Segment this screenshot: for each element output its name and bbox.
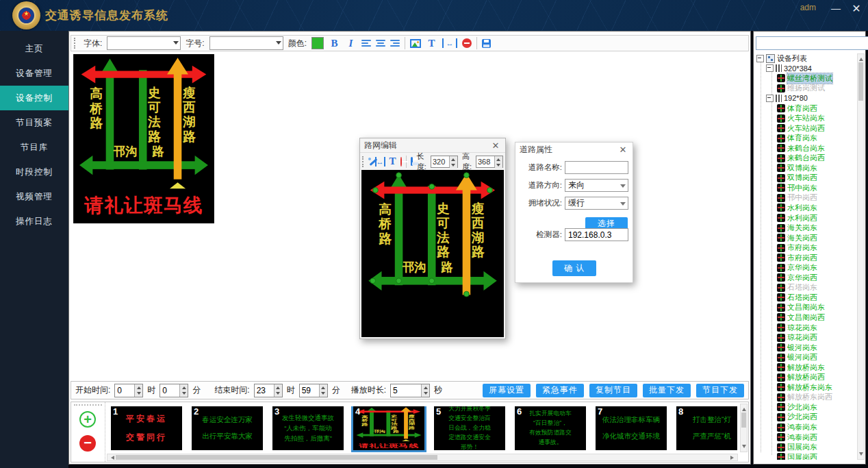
action-button[interactable]: 批量下发 — [643, 384, 691, 397]
tree-node-device[interactable]: 石塔岗西 — [755, 293, 856, 303]
tree-node-device[interactable]: 邗中岗东 — [755, 183, 856, 193]
tree-node-device[interactable]: 解放桥东岗东 — [755, 382, 856, 393]
program-thumbnail[interactable]: 8打击整治“灯严查严惩“机 — [676, 406, 737, 450]
scroll-up-icon[interactable] — [859, 56, 863, 61]
color-swatch[interactable] — [311, 37, 324, 49]
italic-icon[interactable] — [345, 37, 357, 49]
align-left-icon[interactable] — [361, 40, 371, 47]
tree-node-device[interactable]: 水利岗西 — [755, 213, 856, 223]
draw-road-icon[interactable] — [369, 157, 371, 167]
tree-node-device[interactable]: 解放桥岗西 — [755, 373, 856, 383]
tree-node-group[interactable]: 320*384 — [755, 64, 856, 74]
tree-node-device[interactable]: 京华岗西 — [755, 273, 856, 283]
tree-node-device[interactable]: 银河岗西 — [755, 352, 856, 362]
tree-node-device[interactable]: 双博岗西 — [755, 173, 856, 184]
start-minute-stepper[interactable] — [159, 384, 188, 397]
tree-node-device[interactable]: 体育岗东 — [755, 133, 856, 143]
program-thumbnail[interactable]: 4高桥路史可法路瘦西湖路邗沟路请礼让斑马线 — [353, 406, 424, 450]
tree-node-device[interactable]: 琼花岗东 — [755, 323, 856, 333]
text-tool-icon[interactable] — [390, 156, 396, 168]
scroll-up-icon[interactable] — [742, 406, 746, 411]
sidebar-item[interactable]: 时段控制 — [0, 160, 68, 184]
sidebar-item[interactable]: 视频管理 — [0, 184, 68, 209]
tree-node-device[interactable]: 琼花岗西 — [755, 332, 856, 343]
tree-node-root[interactable]: 设备列表 — [755, 53, 856, 64]
collapse-icon[interactable] — [756, 55, 764, 62]
save-icon[interactable] — [411, 157, 413, 166]
action-button[interactable]: 屏幕设置 — [483, 384, 531, 397]
tree-node-device[interactable]: 螺丝湾桥测试 — [755, 73, 856, 84]
align-center-icon[interactable] — [376, 40, 385, 47]
tree-node-device[interactable]: 国展岗西 — [755, 452, 856, 460]
end-hour-stepper[interactable] — [254, 384, 283, 397]
close-window-button[interactable]: ✕ — [849, 2, 864, 14]
roadnet-edit-canvas[interactable]: 高桥路史可法路瘦西湖路邗沟路 — [361, 170, 504, 337]
tree-node-device[interactable]: 来鹤台岗东 — [755, 143, 856, 153]
tree-node-device[interactable]: 市府岗西 — [755, 253, 856, 263]
scroll-down-icon[interactable] — [859, 452, 863, 458]
program-thumbnail[interactable]: 2春运安全连万家出行平安靠大家 — [192, 406, 263, 450]
duration-stepper[interactable] — [390, 384, 430, 397]
bold-icon[interactable] — [329, 37, 340, 49]
tree-node-device[interactable]: 双博岗东 — [755, 163, 856, 173]
detector-input[interactable] — [568, 230, 625, 240]
detector-field[interactable] — [565, 228, 628, 241]
tree-node-device[interactable]: 文昌阁岗西 — [755, 312, 856, 323]
stop-icon[interactable] — [400, 157, 403, 167]
program-thumbnail[interactable]: 6扎实开展电动车“百日整治”，有效预防道路交通事故。 — [515, 406, 586, 450]
sidebar-item[interactable]: 节目预案 — [0, 110, 68, 135]
sidebar-item[interactable]: 设备控制 — [0, 86, 68, 110]
playlist-vertical-scrollbar[interactable] — [740, 404, 748, 452]
road-direction-select[interactable]: 来向 — [565, 179, 628, 192]
height-stepper[interactable]: 368 — [476, 156, 503, 168]
font-select[interactable] — [107, 36, 181, 50]
tree-node-device[interactable]: 银河岗东 — [755, 343, 856, 353]
tree-node-group[interactable]: 192*80 — [755, 93, 856, 103]
action-button[interactable]: 节目下发 — [696, 384, 744, 397]
tree-node-device[interactable]: 文昌阁岗东 — [755, 303, 856, 313]
tree-node-device[interactable]: 解放桥东岗西 — [755, 393, 856, 403]
playlist-horizontal-scrollbar[interactable] — [107, 454, 738, 461]
sidebar-item[interactable]: 主页 — [0, 36, 68, 61]
program-thumbnail[interactable]: 1平安春运交警同行 — [111, 406, 182, 450]
program-thumbnail[interactable]: 3发生轻微交通事故“人未伤，车能动先拍照，后撤离” — [272, 406, 344, 450]
program-thumbnail[interactable]: 5大力开展秋冬季交通安全整治百日会战，全力稳定道路交通安全形势！ — [434, 406, 505, 450]
tree-node-device[interactable]: 海关岗东 — [755, 223, 856, 233]
props-close-icon[interactable]: ✕ — [617, 145, 628, 155]
sidebar-item[interactable]: 节目库 — [0, 135, 68, 160]
text-tool-icon[interactable] — [426, 37, 437, 49]
congestion-select[interactable]: 缓行 — [565, 197, 628, 210]
font-size-select[interactable] — [209, 36, 283, 50]
roadnet-close-icon[interactable]: ✕ — [490, 140, 501, 151]
tree-node-device[interactable]: 石塔岗东 — [755, 283, 856, 293]
roadnet-dialog-titlebar[interactable]: 路网编辑 ✕ — [360, 138, 505, 152]
tree-node-device[interactable]: 体育岗西 — [755, 103, 856, 114]
tree-node-device[interactable]: 京华岗东 — [755, 262, 856, 273]
program-thumbnail[interactable]: 7依法治理非标车辆净化城市交通环境 — [596, 406, 667, 450]
confirm-button[interactable]: 确 认 — [552, 260, 596, 276]
sidebar-item[interactable]: 操作日志 — [0, 209, 68, 234]
length-stepper[interactable]: 320 — [431, 156, 458, 168]
props-dialog-titlebar[interactable]: 道路属性 ✕ — [515, 143, 633, 156]
collapse-icon[interactable] — [766, 95, 774, 102]
align-right-icon[interactable] — [390, 40, 400, 47]
insert-image-icon[interactable] — [410, 39, 421, 48]
action-button[interactable]: 紧急事件 — [536, 384, 584, 397]
save-icon[interactable] — [482, 39, 491, 48]
road-name-field[interactable] — [565, 161, 628, 174]
tree-node-device[interactable]: 火车站岗东 — [755, 113, 856, 123]
sidebar-item[interactable]: 设备管理 — [0, 61, 68, 86]
scroll-left-icon[interactable] — [109, 456, 114, 460]
tree-node-device[interactable]: 市府岗东 — [755, 243, 856, 253]
add-program-button[interactable]: + — [79, 411, 96, 428]
tree-node-device[interactable]: 水利岗东 — [755, 203, 856, 213]
minimize-button[interactable]: — — [828, 2, 843, 14]
collapse-icon[interactable] — [766, 64, 774, 72]
tree-node-device[interactable]: 火车站岗西 — [755, 123, 856, 134]
stop-icon[interactable] — [462, 38, 472, 48]
fit-width-icon[interactable] — [442, 38, 457, 48]
tree-node-device[interactable]: 维扬岗测试 — [755, 84, 856, 94]
remove-program-button[interactable]: − — [79, 435, 96, 452]
end-minute-stepper[interactable] — [299, 384, 328, 397]
scroll-down-icon[interactable] — [742, 445, 746, 450]
